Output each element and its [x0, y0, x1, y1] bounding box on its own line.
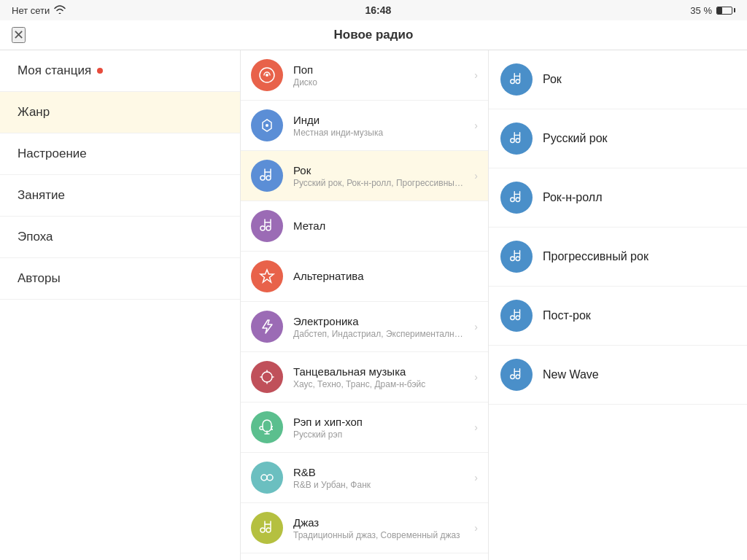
genre-icon-alternative: [251, 260, 283, 292]
sidebar-label-epoch: Эпоха: [18, 230, 53, 244]
genre-item-rock[interactable]: Рок Русский рок, Рок-н-ролл, Прогрессивн…: [241, 151, 488, 201]
wifi-icon: [54, 5, 66, 16]
genre-sub-rnb: R&B и Урбан, Фанк: [293, 480, 464, 490]
genre-text-rap: Рэп и хип-хоп Русский рэп: [293, 416, 464, 440]
genre-item-dance[interactable]: Танцевальная музыка Хаус, Техно, Транс, …: [241, 352, 488, 402]
genre-icon-pop: [251, 59, 283, 91]
close-button[interactable]: ✕: [12, 27, 26, 43]
genre-sub-dance: Хаус, Техно, Транс, Драм-н-бэйс: [293, 379, 464, 389]
status-bar: Нет сети 16:48 35 %: [0, 0, 747, 20]
chevron-icon-rock: ›: [474, 170, 478, 182]
subgenre-item-new-wave[interactable]: New Wave: [489, 346, 747, 405]
sidebar-label-mood: Настроение: [18, 147, 87, 161]
sidebar-item-genre[interactable]: Жанр: [0, 92, 240, 133]
genre-sub-rock: Русский рок, Рок-н-ролл, Прогрессивны…: [293, 178, 464, 188]
subgenre-name-new-wave: New Wave: [543, 368, 599, 381]
genre-sub-rap: Русский рэп: [293, 429, 464, 440]
subgenre-icon-rock-n-roll: [500, 182, 533, 214]
status-right: 35 %: [690, 5, 735, 16]
genre-text-rnb: R&B R&B и Урбан, Фанк: [293, 466, 464, 490]
sidebar-item-my-station[interactable]: Моя станция: [0, 50, 240, 92]
subgenre-name-progressive-rock: Прогрессивный рок: [543, 250, 649, 263]
genre-icon-rock: [251, 160, 283, 192]
genre-sub-indie: Местная инди-музыка: [293, 128, 464, 138]
genre-name-pop: Поп: [293, 63, 464, 76]
genre-item-pop[interactable]: Поп Диско ›: [241, 50, 488, 101]
subgenre-name-rok: Рок: [543, 73, 562, 86]
chevron-icon-rap: ›: [474, 421, 478, 433]
genre-text-pop: Поп Диско: [293, 63, 464, 88]
subgenre-item-post-rock[interactable]: Пост-рок: [489, 287, 747, 346]
subgenre-icon-russian-rock: [500, 122, 533, 155]
genre-name-electronic: Электроника: [293, 315, 464, 327]
genre-icon-rnb: [251, 462, 283, 494]
main-layout: Моя станция Жанр Настроение Занятие Эпох…: [0, 50, 747, 560]
genre-item-alternative[interactable]: Альтернатива: [241, 252, 488, 302]
genre-item-electronic[interactable]: Электроника Дабстеп, Индастриал, Экспери…: [241, 302, 488, 352]
sidebar-item-activity[interactable]: Занятие: [0, 175, 240, 217]
genre-text-rock: Рок Русский рок, Рок-н-ролл, Прогрессивн…: [293, 164, 464, 188]
sidebar-label-genre: Жанр: [18, 105, 50, 120]
red-dot-indicator: [97, 68, 103, 74]
genre-item-rap[interactable]: Рэп и хип-хоп Русский рэп ›: [241, 402, 488, 453]
chevron-icon-jazz: ›: [474, 522, 478, 534]
genre-icon-electronic: [251, 311, 283, 343]
genre-icon-jazz: [251, 512, 283, 544]
network-status: Нет сети: [12, 5, 50, 16]
genre-item-rnb[interactable]: R&B R&B и Урбан, Фанк ›: [241, 453, 488, 503]
genre-item-jazz[interactable]: Джаз Традиционный джаз, Современный джаз…: [241, 503, 488, 553]
genre-item-indie[interactable]: Инди Местная инди-музыка ›: [241, 101, 488, 151]
subgenre-item-rok[interactable]: Рок: [489, 50, 747, 109]
genre-name-rap: Рэп и хип-хоп: [293, 416, 464, 428]
subgenre-icon-progressive-rock: [500, 241, 533, 273]
subgenre-name-post-rock: Пост-рок: [543, 309, 591, 322]
genre-item-metal[interactable]: Метал: [241, 201, 488, 252]
genre-name-alternative: Альтернатива: [293, 270, 478, 282]
subgenre-item-rock-n-roll[interactable]: Рок-н-ролл: [489, 168, 747, 228]
content-area: Поп Диско › Инди Местная инди-музыка ›: [241, 50, 747, 560]
genre-name-dance: Танцевальная музыка: [293, 365, 464, 378]
genre-icon-dance: [251, 361, 283, 393]
sidebar-item-mood[interactable]: Настроение: [0, 133, 240, 175]
chevron-icon-electronic: ›: [474, 321, 478, 332]
genre-text-metal: Метал: [293, 219, 478, 233]
page-title: Новое радио: [334, 28, 414, 42]
status-time: 16:48: [365, 4, 391, 16]
genre-sub-jazz: Традиционный джаз, Современный джаз: [293, 530, 464, 540]
genre-name-indie: Инди: [293, 114, 464, 126]
sidebar-item-authors[interactable]: Авторы: [0, 258, 240, 300]
sidebar-label-my-station: Моя станция: [18, 63, 91, 78]
svg-point-6: [267, 475, 273, 481]
genre-icon-metal: [251, 210, 283, 242]
subgenre-icon-rok: [500, 63, 533, 96]
genre-icon-indie: [251, 109, 283, 141]
genre-name-rnb: R&B: [293, 466, 464, 478]
genre-text-jazz: Джаз Традиционный джаз, Современный джаз: [293, 516, 464, 540]
chevron-icon-dance: ›: [474, 371, 478, 383]
sidebar-label-activity: Занятие: [18, 188, 65, 203]
genre-sub-electronic: Дабстеп, Индастриал, Эксперименталн…: [293, 329, 464, 339]
subgenre-item-progressive-rock[interactable]: Прогрессивный рок: [489, 228, 747, 287]
genre-icon-rap: [251, 411, 283, 443]
subgenre-list: Рок Русский рок Рок-н-ролл Прогрессивный…: [489, 50, 747, 560]
sidebar-item-epoch[interactable]: Эпоха: [0, 217, 240, 258]
sidebar: Моя станция Жанр Настроение Занятие Эпох…: [0, 50, 241, 560]
chevron-icon-rnb: ›: [474, 472, 478, 483]
subgenre-icon-new-wave: [500, 359, 533, 391]
genre-name-rock: Рок: [293, 164, 464, 176]
subgenre-name-rock-n-roll: Рок-н-ролл: [543, 191, 602, 204]
genre-list: Поп Диско › Инди Местная инди-музыка ›: [241, 50, 489, 560]
genre-sub-pop: Диско: [293, 77, 464, 88]
genre-text-indie: Инди Местная инди-музыка: [293, 114, 464, 138]
battery-icon: [716, 7, 735, 15]
title-bar: ✕ Новое радио: [0, 20, 747, 50]
svg-marker-3: [260, 270, 274, 282]
svg-point-1: [266, 74, 268, 77]
sidebar-label-authors: Авторы: [18, 271, 61, 286]
genre-text-electronic: Электроника Дабстеп, Индастриал, Экспери…: [293, 315, 464, 339]
genre-name-jazz: Джаз: [293, 516, 464, 529]
genre-name-metal: Метал: [293, 219, 478, 232]
status-left: Нет сети: [12, 5, 66, 16]
svg-point-4: [262, 372, 272, 382]
subgenre-item-russian-rock[interactable]: Русский рок: [489, 109, 747, 168]
